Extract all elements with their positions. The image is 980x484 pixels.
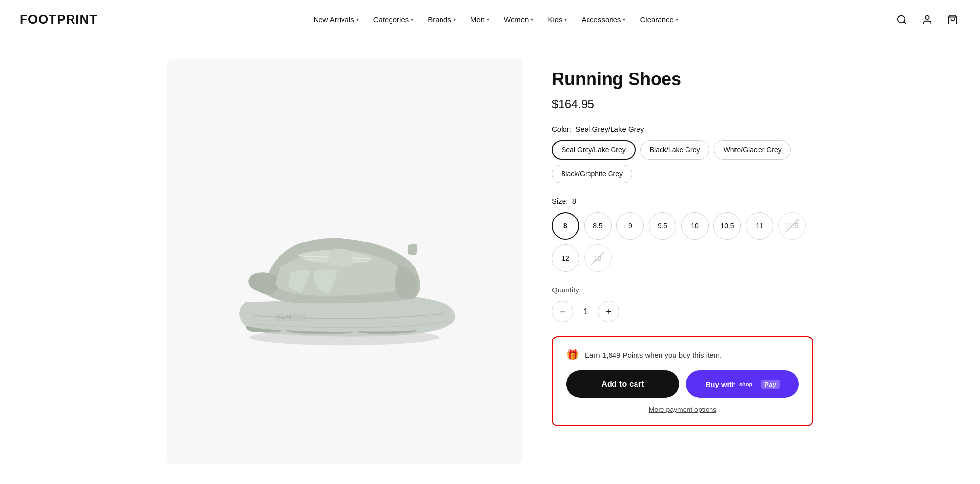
chevron-down-icon: ▾ (487, 17, 489, 22)
cart-button[interactable] (945, 12, 960, 27)
size-option-9[interactable]: 9 (616, 212, 644, 240)
size-options: 8 8.5 9 9.5 10 10.5 11 11.5 12 13 (552, 212, 813, 272)
size-option-11-5: 11.5 (778, 212, 806, 240)
nav-categories[interactable]: Categories ▾ (368, 11, 419, 27)
quantity-controls: − 1 + (552, 301, 813, 322)
color-label: Color: Seal Grey/Lake Grey (552, 125, 813, 133)
shop-pay-label: Buy with shop Pay (705, 380, 779, 389)
product-price: $164.95 (552, 97, 813, 111)
product-title: Running Shoes (552, 69, 813, 90)
rewards-text: 🎁 Earn 1,649 Points when you buy this it… (566, 349, 799, 361)
search-button[interactable] (894, 12, 909, 27)
color-selected-value: Seal Grey/Lake Grey (575, 125, 644, 133)
svg-line-1 (904, 22, 906, 24)
svg-text:PureGEL: PureGEL (277, 316, 294, 320)
size-option-8-5[interactable]: 8.5 (584, 212, 612, 240)
chevron-down-icon: ▾ (564, 17, 567, 22)
cta-box: 🎁 Earn 1,649 Points when you buy this it… (552, 336, 813, 426)
product-image-section: PureGEL (167, 59, 522, 464)
size-option-8[interactable]: 8 (552, 212, 579, 240)
product-details: Running Shoes $164.95 Color: Seal Grey/L… (552, 59, 813, 464)
size-option-13: 13 (584, 244, 612, 272)
nav-clearance[interactable]: Clearance ▾ (634, 11, 684, 27)
quantity-value: 1 (573, 307, 598, 316)
quantity-decrease-button[interactable]: − (552, 301, 573, 322)
size-option-10[interactable]: 10 (681, 212, 709, 240)
color-option-black-graphite[interactable]: Black/Graphite Grey (552, 165, 632, 183)
site-header: FOOTPRINT New Arrivals ▾ Categories ▾ Br… (0, 0, 980, 39)
quantity-label: Quantity: (552, 286, 813, 294)
more-payment-options-link[interactable]: More payment options (566, 406, 799, 413)
size-option-9-5[interactable]: 9.5 (649, 212, 676, 240)
size-option-11[interactable]: 11 (746, 212, 773, 240)
color-option-seal-grey[interactable]: Seal Grey/Lake Grey (552, 140, 636, 160)
buy-with-shop-pay-button[interactable]: Buy with shop Pay (686, 370, 799, 398)
quantity-increase-button[interactable]: + (598, 301, 619, 322)
buy-with-text: Buy with (705, 380, 736, 388)
main-content: PureGEL Running Shoes $164.95 Color: Sea… (147, 39, 833, 484)
nav-kids[interactable]: Kids ▾ (542, 11, 572, 27)
pay-badge: Pay (761, 380, 780, 389)
site-logo[interactable]: FOOTPRINT (20, 12, 98, 27)
add-to-cart-button[interactable]: Add to cart (566, 370, 679, 398)
main-nav: New Arrivals ▾ Categories ▾ Brands ▾ Men… (307, 11, 684, 27)
size-option-12[interactable]: 12 (552, 244, 579, 272)
color-options: Seal Grey/Lake Grey Black/Lake Grey Whit… (552, 140, 813, 183)
cta-buttons: Add to cart Buy with shop Pay (566, 370, 799, 398)
color-option-black-lake[interactable]: Black/Lake Grey (640, 140, 710, 160)
color-option-white-glacier[interactable]: White/Glacier Grey (714, 140, 790, 160)
nav-new-arrivals[interactable]: New Arrivals ▾ (307, 11, 364, 27)
chevron-down-icon: ▾ (676, 17, 678, 22)
nav-brands[interactable]: Brands ▾ (422, 11, 462, 27)
size-label: Size: 8 (552, 197, 813, 205)
nav-accessories[interactable]: Accessories ▾ (576, 11, 632, 27)
nav-women[interactable]: Women ▾ (498, 11, 539, 27)
chevron-down-icon: ▾ (623, 17, 625, 22)
svg-text:shop: shop (739, 381, 753, 387)
product-image: PureGEL (207, 176, 482, 347)
chevron-down-icon: ▾ (411, 17, 413, 22)
chevron-down-icon: ▾ (453, 17, 456, 22)
account-button[interactable] (919, 12, 935, 27)
svg-point-2 (925, 15, 929, 19)
header-actions (894, 12, 960, 27)
shop-logo: shop (739, 380, 759, 388)
chevron-down-icon: ▾ (531, 17, 533, 22)
product-image-container: PureGEL (167, 139, 522, 384)
chevron-down-icon: ▾ (356, 17, 359, 22)
size-selected-value: 8 (572, 197, 576, 205)
nav-men[interactable]: Men ▾ (465, 11, 495, 27)
size-option-10-5[interactable]: 10.5 (713, 212, 741, 240)
gift-icon: 🎁 (566, 349, 579, 361)
